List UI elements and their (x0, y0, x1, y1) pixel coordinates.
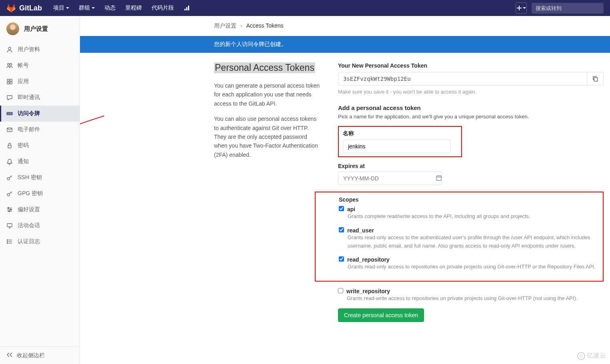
svg-rect-11 (10, 82, 12, 84)
sidebar-item-label: 活动会话 (18, 222, 40, 229)
sidebar-item-label: 通知 (18, 158, 29, 165)
sidebar-item-sliders[interactable]: 偏好设置 (0, 202, 80, 218)
desc-1: You can generate a personal access token… (214, 81, 322, 108)
svg-point-5 (8, 47, 11, 50)
svg-rect-36 (436, 176, 441, 180)
nav-snippets[interactable]: 代码片段 (147, 0, 179, 16)
scope-write_repository: write_repositoryGrants read-write access… (338, 287, 604, 303)
scope-checkbox-api[interactable] (339, 206, 344, 211)
sidebar-item-key[interactable]: GPG 密钥 (0, 186, 80, 202)
breadcrumb-root[interactable]: 用户设置 (214, 22, 236, 29)
sidebar: 用户设置 用户资料帐号应用即时通讯访问令牌电子邮件密码通知SSH 密钥GPG 密… (0, 16, 80, 364)
copy-token-button[interactable] (587, 72, 604, 86)
avatar[interactable] (6, 22, 19, 35)
token-value-input[interactable] (338, 72, 587, 86)
sidebar-item-mail[interactable]: 电子邮件 (0, 122, 80, 138)
svg-rect-9 (10, 79, 12, 81)
sliders-icon (6, 206, 13, 213)
sidebar-item-label: 帐号 (18, 62, 29, 69)
svg-point-25 (9, 211, 10, 212)
users-icon (6, 62, 13, 69)
search-input[interactable] (532, 3, 604, 14)
token-icon (6, 110, 13, 117)
collapse-icon (6, 352, 13, 359)
mail-icon (6, 126, 13, 133)
scope-read_user: read_userGrants read-only access to the … (339, 226, 603, 250)
create-token-button[interactable]: Create personal access token (338, 308, 424, 322)
scope-name: write_repository (346, 288, 390, 294)
scope-checkbox-read_user[interactable] (339, 227, 344, 232)
scope-desc: Grants complete read/write access to the… (348, 212, 603, 221)
scope-desc: Grants read-only access to repositories … (348, 263, 603, 271)
calendar-icon (436, 175, 442, 182)
list-icon (6, 238, 13, 245)
svg-rect-35 (594, 78, 598, 81)
chevron-down-icon (523, 7, 526, 9)
sidebar-item-user[interactable]: 用户资料 (0, 42, 80, 58)
svg-point-34 (7, 243, 8, 244)
copy-icon (592, 76, 598, 82)
sidebar-item-list[interactable]: 认证日志 (0, 234, 80, 250)
scope-desc: Grants read-only access to the authentic… (348, 234, 603, 250)
scopes-label: Scopes (339, 196, 603, 203)
breadcrumb-current: Access Tokens (246, 22, 283, 29)
name-label: 名称 (343, 130, 457, 137)
expires-label: Expires at (338, 163, 604, 169)
desc-2: You can also use personal access tokens … (214, 114, 322, 159)
svg-point-14 (9, 113, 10, 114)
user-icon (6, 46, 13, 53)
new-dropdown-button[interactable] (516, 2, 527, 14)
scope-name: api (347, 206, 355, 212)
svg-rect-26 (7, 224, 12, 227)
scope-checkbox-read_repository[interactable] (339, 256, 344, 262)
nav-groups[interactable]: 群组 (74, 0, 100, 16)
scope-name: read_user (347, 227, 374, 234)
scope-checkbox-write_repository[interactable] (338, 288, 343, 293)
sidebar-item-label: 即时通讯 (18, 94, 40, 101)
svg-point-7 (10, 64, 12, 66)
content: 用户设置 › Access Tokens 您的新个人访问令牌已创建。 Perso… (80, 16, 610, 364)
scope-desc: Grants read-write access to repositories… (347, 294, 604, 303)
sidebar-item-label: 用户资料 (18, 46, 40, 53)
gitlab-logo[interactable] (6, 3, 16, 13)
token-name-input[interactable] (343, 140, 451, 153)
svg-rect-10 (7, 82, 9, 84)
add-token-desc: Pick a name for the application, and we'… (338, 114, 604, 120)
sidebar-item-label: 偏好设置 (18, 206, 40, 213)
nav-projects[interactable]: 项目 (48, 0, 74, 16)
nav-milestones[interactable]: 里程碑 (120, 0, 147, 16)
chat-icon (6, 94, 13, 101)
sidebar-item-lock[interactable]: 密码 (0, 138, 80, 154)
svg-point-13 (8, 113, 8, 114)
sidebar-item-monitor[interactable]: 活动会话 (0, 218, 80, 234)
page-title: Personal Access Tokens (214, 62, 315, 73)
svg-point-24 (10, 209, 12, 210)
bell-icon (6, 158, 13, 165)
sidebar-item-users[interactable]: 帐号 (0, 58, 80, 74)
svg-point-32 (7, 240, 8, 240)
sidebar-item-label: 应用 (18, 78, 29, 85)
nav-chart-icon[interactable] (179, 0, 195, 16)
new-token-label: Your New Personal Access Token (338, 62, 604, 69)
svg-rect-17 (8, 145, 11, 148)
sidebar-title: 用户设置 (24, 25, 48, 33)
sidebar-item-grid[interactable]: 应用 (0, 74, 80, 90)
nav-activity[interactable]: 动态 (100, 0, 120, 16)
token-hint: Make sure you save it - you won't be abl… (338, 89, 604, 95)
sidebar-item-chat[interactable]: 即时通讯 (0, 90, 80, 106)
sidebar-item-label: 访问令牌 (18, 110, 40, 117)
expires-input[interactable] (338, 172, 442, 185)
sidebar-item-key[interactable]: SSH 密钥 (0, 170, 80, 186)
svg-point-15 (11, 113, 12, 114)
watermark: 亿亿速云 (577, 352, 606, 360)
sidebar-item-bell[interactable]: 通知 (0, 154, 80, 170)
svg-rect-8 (7, 79, 9, 81)
scope-api: apiGrants complete read/write access to … (339, 205, 603, 221)
collapse-sidebar[interactable]: 收起侧边栏 (0, 346, 80, 364)
add-token-title: Add a personal access token (338, 104, 604, 111)
brand-name[interactable]: GitLab (19, 4, 42, 12)
sidebar-item-token[interactable]: 访问令牌 (0, 106, 80, 122)
sidebar-header: 用户设置 (0, 16, 80, 42)
grid-icon (6, 78, 13, 85)
navbar: GitLab 项目 群组 动态 里程碑 代码片段 (0, 0, 610, 16)
